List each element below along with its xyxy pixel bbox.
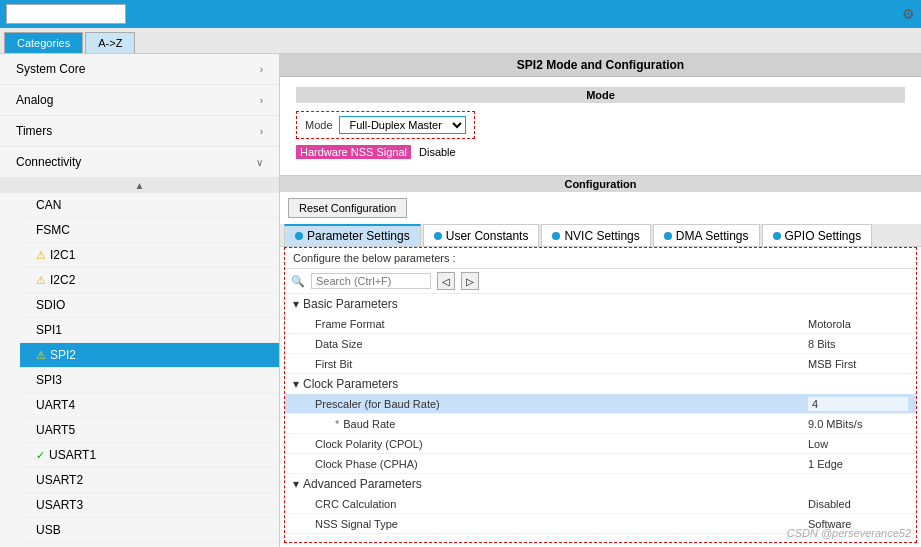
next-nav-button[interactable]: ▷ <box>461 272 479 290</box>
sidebar-item-uart4[interactable]: UART4 <box>20 393 279 418</box>
param-row-frame-format: Frame Format Motorola <box>285 314 916 334</box>
collapse-icon[interactable]: ▾ <box>293 477 299 491</box>
group-label: Basic Parameters <box>303 297 398 311</box>
mode-dashed-wrapper: Mode Full-Duplex Master <box>296 111 475 139</box>
param-value[interactable]: 4 <box>808 397 908 411</box>
item-label: UART5 <box>36 423 75 437</box>
sidebar-item-usart2[interactable]: USART2 <box>20 468 279 493</box>
mode-section: Mode Mode Full-Duplex Master Hardware NS… <box>280 77 921 176</box>
asterisk-icon: * <box>335 418 339 430</box>
tab-label: NVIC Settings <box>564 229 639 243</box>
sidebar-item-system-core[interactable]: System Core › <box>0 54 279 85</box>
scroll-up-indicator[interactable]: ▲ <box>0 178 279 193</box>
mode-select[interactable]: Full-Duplex Master <box>339 116 466 134</box>
group-advanced-parameters: ▾ Advanced Parameters <box>285 474 916 494</box>
param-name: CRC Calculation <box>315 498 808 510</box>
sidebar-item-i2c2[interactable]: ⚠ I2C2 <box>20 268 279 293</box>
sidebar-item-fsmc[interactable]: FSMC <box>20 218 279 243</box>
prev-nav-button[interactable]: ◁ <box>437 272 455 290</box>
top-bar: ⚙ <box>0 0 921 28</box>
config-section: Configuration Reset Configuration Parame… <box>280 176 921 547</box>
reset-configuration-button[interactable]: Reset Configuration <box>288 198 407 218</box>
item-label: USB <box>36 523 61 537</box>
param-row-baud-rate: * Baud Rate 9.0 MBits/s <box>285 414 916 434</box>
chevron-right-icon: › <box>260 126 263 137</box>
params-area: Configure the below parameters : 🔍 ◁ ▷ ▾… <box>284 247 917 543</box>
params-search-input[interactable] <box>311 273 431 289</box>
search-row: 🔍 ◁ ▷ <box>285 269 916 294</box>
item-label: I2C1 <box>50 248 75 262</box>
sidebar-item-usart1[interactable]: ✓ USART1 <box>20 443 279 468</box>
param-name: Frame Format <box>315 318 808 330</box>
item-label: SDIO <box>36 298 65 312</box>
chevron-right-icon: › <box>260 64 263 75</box>
sidebar-item-connectivity[interactable]: Connectivity ∨ <box>0 147 279 178</box>
tab-dot-icon <box>552 232 560 240</box>
param-name: Clock Polarity (CPOL) <box>315 438 808 450</box>
tab-nvic-settings[interactable]: NVIC Settings <box>541 224 650 246</box>
param-value: Motorola <box>808 318 908 330</box>
chevron-down-icon: ∨ <box>256 157 263 168</box>
tab-categories[interactable]: Categories <box>4 32 83 53</box>
item-label: USART2 <box>36 473 83 487</box>
mode-label: Mode <box>305 119 333 131</box>
warn-icon: ⚠ <box>36 249 46 262</box>
sidebar-item-spi3[interactable]: SPI3 <box>20 368 279 393</box>
param-row-prescaler[interactable]: Prescaler (for Baud Rate) 4 <box>285 394 916 414</box>
search-input[interactable] <box>11 8 121 20</box>
tab-dot-icon <box>295 232 303 240</box>
param-name: Data Size <box>315 338 808 350</box>
param-row-first-bit: First Bit MSB First <box>285 354 916 374</box>
sidebar-item-sdio[interactable]: SDIO <box>20 293 279 318</box>
warn-icon: ⚠ <box>36 349 46 362</box>
tab-dma-settings[interactable]: DMA Settings <box>653 224 760 246</box>
collapse-icon[interactable]: ▾ <box>293 297 299 311</box>
tab-user-constants[interactable]: User Constants <box>423 224 540 246</box>
sidebar-item-analog[interactable]: Analog › <box>0 85 279 116</box>
sidebar-item-uart5[interactable]: UART5 <box>20 418 279 443</box>
group-label: Clock Parameters <box>303 377 398 391</box>
tab-label: GPIO Settings <box>785 229 862 243</box>
tab-dot-icon <box>773 232 781 240</box>
sidebar-item-label: Timers <box>16 124 52 138</box>
nss-row: Hardware NSS Signal Disable <box>296 145 905 159</box>
param-table: ▾ Basic Parameters Frame Format Motorola… <box>285 294 916 542</box>
search-icon: 🔍 <box>291 275 305 288</box>
item-label: I2C2 <box>50 273 75 287</box>
sidebar-item-timers[interactable]: Timers › <box>0 116 279 147</box>
chevron-right-icon: › <box>260 95 263 106</box>
param-row-cpha: Clock Phase (CPHA) 1 Edge <box>285 454 916 474</box>
item-label: FSMC <box>36 223 70 237</box>
ok-icon: ✓ <box>36 449 45 462</box>
sidebar-item-usart3[interactable]: USART3 <box>20 493 279 518</box>
config-tabs: Parameter Settings User Constants NVIC S… <box>280 224 921 247</box>
sidebar-item-label: Connectivity <box>16 155 81 169</box>
config-section-label: Configuration <box>280 176 921 192</box>
tab-bar: Categories A->Z <box>0 28 921 54</box>
mode-row: Mode Full-Duplex Master <box>296 111 905 139</box>
tab-gpio-settings[interactable]: GPIO Settings <box>762 224 873 246</box>
tab-atoz[interactable]: A->Z <box>85 32 135 53</box>
tab-dot-icon <box>664 232 672 240</box>
param-row-data-size: Data Size 8 Bits <box>285 334 916 354</box>
param-value: Disabled <box>808 498 908 510</box>
search-box[interactable] <box>6 4 126 24</box>
item-label: USART3 <box>36 498 83 512</box>
gear-icon[interactable]: ⚙ <box>902 6 915 22</box>
param-name: NSS Signal Type <box>315 518 808 530</box>
panel-title: SPI2 Mode and Configuration <box>280 54 921 77</box>
group-basic-parameters: ▾ Basic Parameters <box>285 294 916 314</box>
sidebar-item-can[interactable]: CAN <box>20 193 279 218</box>
collapse-icon[interactable]: ▾ <box>293 377 299 391</box>
sidebar-item-usb[interactable]: USB <box>20 518 279 543</box>
sidebar-item-i2c1[interactable]: ⚠ I2C1 <box>20 243 279 268</box>
tab-parameter-settings[interactable]: Parameter Settings <box>284 224 421 246</box>
sidebar-item-spi2[interactable]: ⚠ SPI2 <box>20 343 279 368</box>
item-label: UART4 <box>36 398 75 412</box>
right-panel: SPI2 Mode and Configuration Mode Mode Fu… <box>280 54 921 547</box>
tab-dot-icon <box>434 232 442 240</box>
group-clock-parameters: ▾ Clock Parameters <box>285 374 916 394</box>
param-value: MSB First <box>808 358 908 370</box>
sidebar-item-spi1[interactable]: SPI1 <box>20 318 279 343</box>
tab-label: DMA Settings <box>676 229 749 243</box>
